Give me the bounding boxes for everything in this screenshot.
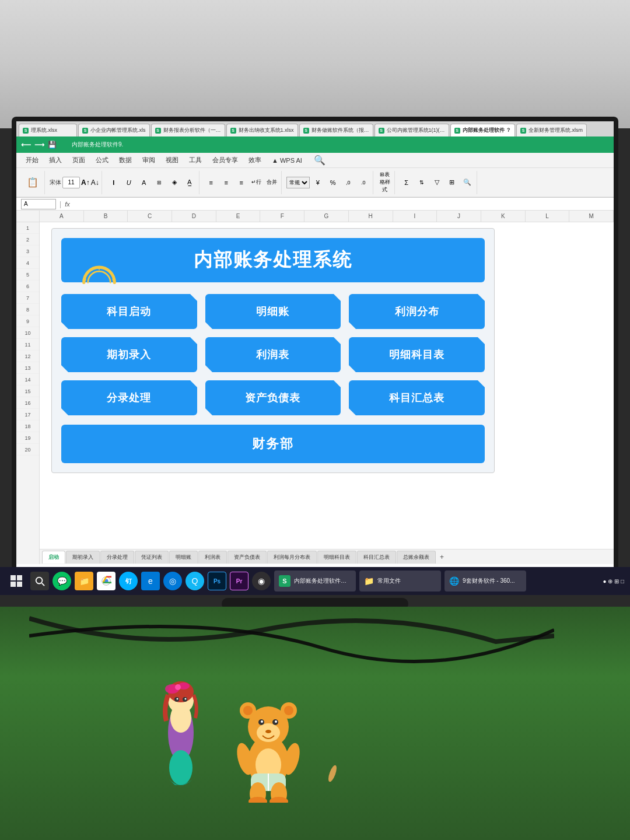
- sheet-tab-qidong[interactable]: 启动: [42, 551, 65, 564]
- row-16: 16: [16, 397, 39, 409]
- taskbar-file-explorer-icon[interactable]: 📁: [75, 572, 93, 590]
- table-format-button[interactable]: ⊞表格样式: [378, 176, 392, 190]
- sheet-tab-qcrl[interactable]: 期初录入: [66, 551, 100, 564]
- merge-button[interactable]: 合并: [265, 176, 279, 190]
- sheet-tab-mxkmb[interactable]: 明细科目表: [317, 551, 356, 564]
- cables-svg: [29, 607, 554, 665]
- svg-rect-4: [17, 575, 22, 580]
- sort-button[interactable]: ⇅: [415, 176, 429, 190]
- comma-button[interactable]: %: [326, 176, 340, 190]
- font-color-button[interactable]: A̲: [183, 176, 197, 190]
- sheet-tab-mxz[interactable]: 明细账: [169, 551, 198, 564]
- row-9: 9: [16, 316, 39, 327]
- align-center-button[interactable]: ≡: [219, 176, 233, 190]
- border-button[interactable]: ⊞: [152, 176, 166, 190]
- taskbar-wechat-icon[interactable]: 💬: [52, 572, 71, 590]
- taskbar-wps-icon: S: [279, 575, 290, 587]
- search-button[interactable]: 🔍: [460, 176, 474, 190]
- taskbar-obs-icon[interactable]: ◉: [252, 572, 271, 590]
- menu-efficiency[interactable]: 效率: [244, 155, 266, 166]
- tab-8[interactable]: S 全新财务管理系统.xlsm: [516, 124, 587, 136]
- taskbar-app-files[interactable]: 📁 常用文件: [359, 570, 441, 592]
- sheet-tab-lrb[interactable]: 利润表: [198, 551, 227, 564]
- menu-wpsai[interactable]: ▲ WPS AI: [267, 156, 307, 165]
- filter-button[interactable]: ▽: [430, 176, 444, 190]
- dashboard-panel: 内部账务处理系统 科目启动 明细账 利润分布 期初录入 利润表 明细科目表 分录…: [51, 228, 495, 473]
- menu-page[interactable]: 页面: [68, 155, 90, 166]
- decimal-inc-button[interactable]: ,0: [341, 176, 355, 190]
- tab-5[interactable]: S 财务做账软件系统（报…: [299, 124, 373, 136]
- sheet-tab-zyeb[interactable]: 总账余额表: [397, 551, 436, 564]
- btn-kmqd[interactable]: 科目启动: [61, 294, 197, 329]
- taskbar-ie-icon[interactable]: e: [141, 572, 160, 590]
- menu-insert[interactable]: 插入: [44, 155, 66, 166]
- btn-flcl[interactable]: 分录处理: [61, 380, 197, 415]
- btn-lrb[interactable]: 利润表: [205, 337, 341, 372]
- chrome-glyph: [101, 576, 111, 586]
- pr-glyph: Pr: [236, 578, 243, 584]
- start-menu-button[interactable]: [6, 570, 27, 592]
- taskbar-qq-icon[interactable]: Q: [186, 572, 204, 590]
- paste-group: 📋: [21, 171, 45, 194]
- taskbar-edge-icon[interactable]: ◎: [163, 572, 182, 590]
- menu-tools[interactable]: 工具: [184, 155, 206, 166]
- tab-4[interactable]: S 财务出纳收支系统1.xlsx: [226, 124, 298, 136]
- underline-button[interactable]: A: [137, 176, 151, 190]
- percent-button[interactable]: ¥: [311, 176, 325, 190]
- align-left-button[interactable]: ≡: [204, 176, 218, 190]
- svg-point-31: [284, 706, 293, 715]
- number-group: 常规 ¥ % ,0 .0: [284, 171, 373, 194]
- tab-icon-1: S: [23, 128, 29, 134]
- taskbar-chrome-icon[interactable]: [97, 572, 116, 590]
- align-right-button[interactable]: ≡: [235, 176, 249, 190]
- sheet-tab-pzlb[interactable]: 凭证列表: [135, 551, 169, 564]
- italic-button[interactable]: U: [122, 176, 136, 190]
- system-tray: ● ⊕ ⊞ □: [603, 578, 624, 584]
- menu-data[interactable]: 数据: [114, 155, 136, 166]
- btn-lrfb[interactable]: 利润分布: [349, 294, 485, 329]
- taskbar-search-icon[interactable]: [30, 572, 49, 590]
- paste-button[interactable]: 📋: [23, 173, 42, 192]
- menu-formula[interactable]: 公式: [91, 155, 113, 166]
- sum-button[interactable]: Σ: [400, 176, 414, 190]
- more-button[interactable]: ⊞: [445, 176, 459, 190]
- taskbar-photoshop-icon[interactable]: Ps: [208, 572, 226, 590]
- btn-qcrl[interactable]: 期初录入: [61, 337, 197, 372]
- col-header-i: I: [393, 211, 438, 222]
- menu-start[interactable]: 开始: [21, 155, 43, 166]
- menu-view[interactable]: 视图: [161, 155, 183, 166]
- tab-7-active[interactable]: S 内部账务处理软件 ？: [450, 124, 516, 136]
- sheet-tab-lrfb[interactable]: 利润每月分布表: [267, 551, 317, 564]
- wrap-button[interactable]: ↵行: [250, 176, 264, 190]
- taskbar-360-icon[interactable]: 钉: [119, 572, 138, 590]
- btn-zcfzb[interactable]: 资产负债表: [205, 380, 341, 415]
- btn-mxz[interactable]: 明细账: [205, 294, 341, 329]
- sheet-tab-flcl[interactable]: 分录处理: [100, 551, 134, 564]
- tab-1[interactable]: S 理系统.xlsx: [19, 124, 77, 136]
- add-sheet-button[interactable]: +: [436, 553, 447, 561]
- btn-mxkmb[interactable]: 明细科目表: [349, 337, 485, 372]
- taskbar-app-neibuz[interactable]: S 内部账务处理软件…: [274, 570, 356, 592]
- font-size-input[interactable]: [62, 177, 80, 188]
- taskbar-premiere-icon[interactable]: Pr: [230, 572, 249, 590]
- menu-member[interactable]: 会员专享: [208, 155, 243, 166]
- sheet-tab-kmhzb[interactable]: 科目汇总表: [357, 551, 396, 564]
- monitor-frame: S 理系统.xlsx S 小企业内帐管理系统.xls S 财务报表分析软件（一……: [12, 117, 618, 583]
- taskbar-app-label-3: 9套财务软件 - 360...: [463, 577, 514, 585]
- btn-kmhzb[interactable]: 科目汇总表: [349, 380, 485, 415]
- taskbar-app-label-1: 内部账务处理软件…: [294, 577, 346, 585]
- name-box-input[interactable]: [21, 199, 56, 209]
- bold-button[interactable]: I: [107, 176, 121, 190]
- tab-3[interactable]: S 财务报表分析软件（一…: [151, 124, 225, 136]
- menu-review[interactable]: 审阅: [138, 155, 160, 166]
- tab-6[interactable]: S 公司内账管理系统1(1)(…: [374, 124, 449, 136]
- row-15: 15: [16, 386, 39, 397]
- fill-button[interactable]: ◈: [167, 176, 181, 190]
- sheet-tab-zcfzb[interactable]: 资产负债表: [228, 551, 267, 564]
- number-format-select[interactable]: 常规: [286, 177, 310, 188]
- tab-2[interactable]: S 小企业内帐管理系统.xls: [78, 124, 150, 136]
- decimal-dec-button[interactable]: .0: [356, 176, 370, 190]
- taskbar-app-360[interactable]: 🌐 9套财务软件 - 360...: [444, 570, 526, 592]
- speedometer-icon: [79, 259, 120, 288]
- ribbon-top-bar: ⟵ ⟶ 💾 内部账务处理软件9.: [16, 136, 614, 153]
